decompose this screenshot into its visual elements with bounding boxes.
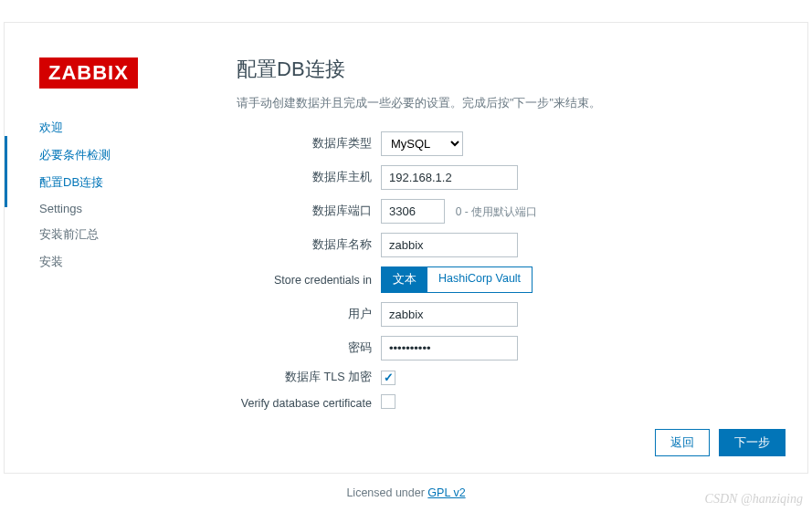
page-desc: 请手动创建数据并且完成一些必要的设置。完成后按"下一步"来结束。 [237,96,780,111]
cred-vault-button[interactable]: HashiCorp Vault [427,267,532,292]
watermark: CSDN @hanziqing [705,492,803,507]
db-host-input[interactable] [381,165,518,190]
cred-segmented: 文本 HashiCorp Vault [381,266,533,293]
db-user-input[interactable] [381,302,518,327]
nav-welcome[interactable]: 欢迎 [39,114,215,141]
gpl-link[interactable]: GPL v2 [427,486,465,499]
verify-cert-checkbox[interactable] [381,394,395,409]
label-db-name: 数据库名称 [237,237,381,253]
nav-settings[interactable]: Settings [39,196,215,221]
nav-db[interactable]: 配置DB连接 [39,169,215,196]
label-verify-cert: Verify database certificate [237,397,381,410]
nav-install[interactable]: 安装 [39,248,215,276]
db-name-input[interactable] [381,233,518,257]
setup-nav: 欢迎 必要条件检测 配置DB连接 Settings 安装前汇总 安装 [39,114,215,276]
label-db-port: 数据库端口 [237,204,381,219]
db-password-input[interactable] [381,336,518,360]
nav-prereq[interactable]: 必要条件检测 [39,141,215,169]
cred-plain-button[interactable]: 文本 [382,267,427,292]
back-button[interactable]: 返回 [655,429,710,456]
license-footer: Licensed under GPL v2 [4,486,808,499]
zabbix-logo: ZABBIX [39,57,138,89]
tls-checkbox[interactable] [381,371,395,385]
label-password: 密码 [237,340,381,356]
page-title: 配置DB连接 [237,56,780,83]
label-tls: 数据库 TLS 加密 [237,370,381,385]
label-db-type: 数据库类型 [237,136,381,152]
label-store-cred: Store credentials in [237,274,381,287]
nav-summary[interactable]: 安装前汇总 [39,221,215,248]
db-type-select[interactable]: MySQL [381,131,463,156]
port-hint: 0 - 使用默认端口 [456,205,537,218]
label-db-host: 数据库主机 [237,170,381,185]
label-user: 用户 [237,307,381,322]
next-button[interactable]: 下一步 [719,429,786,456]
db-port-input[interactable] [381,199,445,224]
